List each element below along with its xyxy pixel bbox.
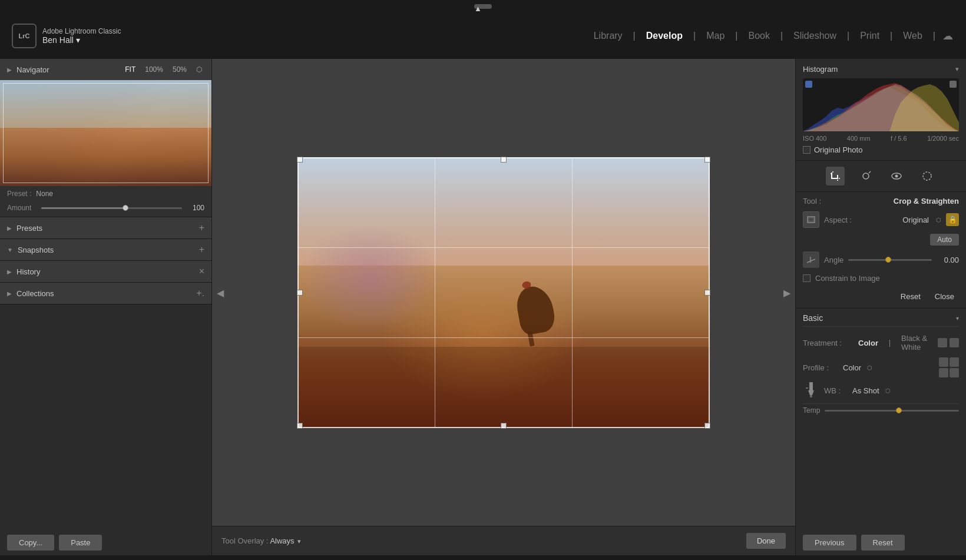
crop-handle-bl[interactable]: [297, 423, 303, 429]
angle-thumb[interactable]: [885, 257, 891, 263]
snapshots-add-btn[interactable]: +: [199, 244, 204, 255]
svg-rect-9: [809, 382, 813, 392]
crop-close-button[interactable]: Close: [930, 290, 959, 303]
zoom100-btn[interactable]: 100%: [143, 64, 166, 75]
collections-section: ▶ Collections +.: [0, 283, 211, 304]
profile-icon-1[interactable]: [939, 357, 948, 367]
masking-tool-btn[interactable]: [918, 167, 937, 185]
histogram-shadow-clipping[interactable]: [805, 81, 812, 88]
crop-handle-rm[interactable]: [704, 290, 710, 296]
left-panel-collapse-btn[interactable]: ◀: [217, 287, 224, 298]
zoom50-btn[interactable]: 50%: [170, 64, 189, 75]
aspect-icon: [803, 211, 819, 228]
app-info: Adobe Lightroom Classic Ben Hall ▾: [42, 27, 121, 45]
basic-arrow[interactable]: ▾: [956, 315, 959, 322]
collections-add-btn[interactable]: +.: [196, 288, 204, 299]
crop-reset-button[interactable]: Reset: [896, 290, 925, 303]
cloud-icon[interactable]: ☁: [942, 29, 953, 42]
paste-button[interactable]: Paste: [59, 535, 102, 551]
histogram-arrow[interactable]: ▾: [955, 65, 959, 73]
right-panel-collapse-btn[interactable]: ▶: [783, 287, 790, 298]
treatment-color-btn[interactable]: Color: [855, 337, 882, 349]
history-header[interactable]: ▶ History ×: [0, 261, 211, 282]
wb-dropper-icon[interactable]: [803, 382, 819, 399]
copy-button[interactable]: Copy...: [7, 535, 54, 551]
auto-button[interactable]: Auto: [930, 234, 959, 246]
aspect-label: Aspect :: [824, 216, 853, 224]
crop-handle-tr[interactable]: [704, 157, 710, 163]
healing-tool-btn[interactable]: [856, 167, 875, 185]
aspect-value[interactable]: Original: [858, 216, 929, 224]
redeye-tool-btn[interactable]: [887, 167, 906, 185]
profile-value[interactable]: Color: [843, 363, 861, 372]
original-photo-checkbox[interactable]: [803, 146, 810, 154]
bottom-collapse-bar[interactable]: ▼: [0, 555, 966, 560]
angle-slider[interactable]: [848, 259, 932, 261]
done-button[interactable]: Done: [746, 533, 786, 549]
previous-button[interactable]: Previous: [803, 535, 856, 551]
app-logo: LrC: [12, 24, 37, 48]
zoom-stepper[interactable]: ⬡: [194, 64, 204, 75]
histogram-highlight-clipping[interactable]: [950, 81, 957, 88]
treatment-icon-1[interactable]: [938, 338, 947, 347]
constrain-checkbox[interactable]: [803, 274, 810, 282]
aspect-row: Aspect : Original ⬡ 🔒: [803, 211, 959, 228]
profile-arrow[interactable]: ⬡: [867, 365, 872, 371]
amount-slider[interactable]: [41, 207, 182, 209]
tool-overlay-value[interactable]: Always: [270, 536, 294, 545]
presets-header[interactable]: ▶ Presets +: [0, 217, 211, 238]
presets-add-btn[interactable]: +: [199, 223, 204, 233]
profile-icon-3[interactable]: [939, 368, 948, 377]
tool-name: Crop & Straighten: [894, 197, 959, 206]
navigator-header[interactable]: ▶ Navigator FIT 100% 50% ⬡: [0, 59, 211, 80]
wb-value[interactable]: As Shot: [852, 386, 879, 395]
crop-handle-bm[interactable]: [501, 423, 507, 429]
nav-slideshow[interactable]: Slideshow: [790, 28, 840, 44]
nav-book[interactable]: Book: [745, 28, 773, 44]
treatment-icon-2[interactable]: [950, 338, 959, 347]
profile-icon-4[interactable]: [950, 368, 959, 377]
nav-develop[interactable]: Develop: [643, 28, 686, 44]
aspect-stepper[interactable]: ⬡: [936, 217, 941, 223]
temp-slider-partial[interactable]: [825, 410, 959, 412]
main-nav: Library | Develop | Map | Book | Slidesh…: [589, 28, 954, 44]
profile-icon-2[interactable]: [950, 357, 959, 367]
crop-tool-btn[interactable]: [826, 167, 845, 185]
user-name-label: Ben Hall ▾: [42, 35, 121, 45]
treatment-bw-btn[interactable]: Black & White: [898, 333, 933, 353]
right-reset-button[interactable]: Reset: [861, 535, 905, 551]
fit-zoom-btn[interactable]: FIT: [123, 64, 138, 75]
top-handle[interactable]: ▲: [474, 4, 492, 9]
history-close-btn[interactable]: ×: [199, 266, 204, 277]
nav-print[interactable]: Print: [856, 28, 883, 44]
navigator-arrow: ▶: [7, 67, 12, 73]
nav-map[interactable]: Map: [703, 28, 728, 44]
crop-overlay[interactable]: [297, 157, 710, 428]
aspect-lock-icon[interactable]: 🔒: [946, 213, 959, 226]
top-collapse-bar[interactable]: ▲: [0, 0, 966, 13]
tool-overlay-arrow[interactable]: ▾: [297, 538, 301, 545]
auto-btn-row: Auto: [803, 234, 959, 246]
treatment-label: Treatment :: [803, 339, 850, 347]
svg-rect-6: [809, 218, 813, 221]
angle-icon: [803, 251, 819, 268]
original-photo-label: Original Photo: [814, 145, 862, 154]
nav-web[interactable]: Web: [899, 28, 926, 44]
preset-row: Preset : None: [0, 186, 211, 201]
crop-icon: [830, 171, 841, 181]
collections-arrow: ▶: [7, 290, 12, 297]
wb-arrow[interactable]: ⬡: [885, 387, 891, 394]
redeye-icon: [891, 171, 902, 181]
center-bottom-bar: Tool Overlay : Always ▾ Done: [212, 526, 795, 555]
crop-handle-tl[interactable]: [297, 157, 303, 163]
snapshots-header[interactable]: ▼ Snapshots +: [0, 239, 211, 260]
grid-line-v1: [435, 157, 435, 428]
crop-handle-tm[interactable]: [501, 157, 507, 163]
temp-thumb-partial[interactable]: [896, 407, 902, 413]
collections-header[interactable]: ▶ Collections +.: [0, 283, 211, 304]
left-panel: ◀ ▶ Navigator FIT 100% 50% ⬡: [0, 59, 212, 555]
crop-handle-br[interactable]: [704, 423, 710, 429]
temp-label-partial: Temp: [803, 406, 820, 415]
nav-library[interactable]: Library: [590, 28, 626, 44]
crop-handle-lm[interactable]: [297, 290, 303, 296]
